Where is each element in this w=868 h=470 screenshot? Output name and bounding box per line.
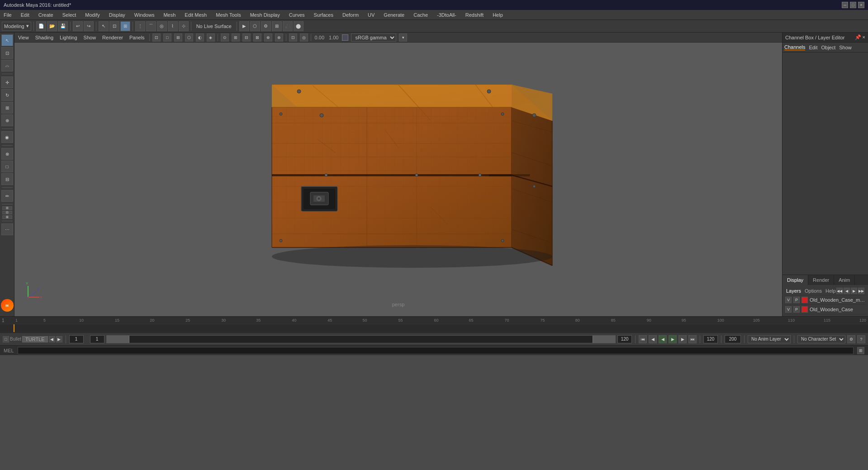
ruler-track[interactable]: 1 5 10 15 20 25 30 35 40 45 50 55 60 65 … xyxy=(15,317,866,324)
shading-menu[interactable]: Shading xyxy=(33,34,55,41)
goto-start-btn[interactable]: ⏮ xyxy=(639,335,647,343)
turtle-btn[interactable]: TURTLE xyxy=(22,336,48,342)
range-left-thumb[interactable] xyxy=(107,336,129,343)
scale-tool[interactable]: ⊞ xyxy=(1,102,13,114)
component-btn[interactable]: ⊞ xyxy=(174,33,182,42)
new-file-btn[interactable]: 📄 xyxy=(36,21,46,31)
layer-pickable-2[interactable]: P xyxy=(793,306,800,313)
turtle-toggle[interactable]: □ xyxy=(3,336,9,342)
layer-visibility-2[interactable]: V xyxy=(785,306,792,313)
camera-btn[interactable]: ⊡ xyxy=(152,33,161,42)
goto-end-btn[interactable]: ⏭ xyxy=(688,335,697,343)
wireframe-btn[interactable]: ⬡ xyxy=(185,33,193,42)
layer-pickable-1[interactable]: P xyxy=(793,297,800,303)
viewport[interactable]: View Shading Lighting Show Renderer Pane… xyxy=(14,33,782,316)
lighting-menu[interactable]: Lighting xyxy=(58,34,79,41)
char-set-dropdown[interactable]: No Character Set xyxy=(797,335,845,343)
char-set-help-btn[interactable]: ? xyxy=(857,335,865,343)
lasso-tool-btn[interactable]: ⊡ xyxy=(109,21,119,31)
extra-tool[interactable]: ⋯ xyxy=(1,223,13,235)
layer-tool2[interactable]: ⊟ xyxy=(2,211,12,214)
grid-btn[interactable]: ⊞ xyxy=(232,33,240,42)
isolate-btn[interactable]: ⊙ xyxy=(221,33,229,42)
render-seq-btn[interactable]: ⊞ xyxy=(272,21,282,31)
max-end-frame-input[interactable] xyxy=(703,335,718,343)
render-tab[interactable]: Render xyxy=(808,275,834,285)
script-editor-btn[interactable]: ⊞ xyxy=(857,347,864,354)
menu-cache[interactable]: Cache xyxy=(412,11,430,19)
layer-color-2[interactable] xyxy=(802,306,808,313)
window-controls[interactable]: ─ □ × xyxy=(842,2,864,8)
panel-close-btn[interactable]: × xyxy=(863,34,865,40)
timeline-ruler[interactable]: 1 1 5 10 15 20 25 30 35 40 45 50 55 60 6… xyxy=(0,316,868,324)
play-back-btn[interactable]: ◀ xyxy=(659,335,667,343)
snap-surface-btn[interactable]: ⌇ xyxy=(168,21,178,31)
texture-btn[interactable]: ◈ xyxy=(207,33,215,42)
snap-live-btn[interactable]: ⊹ xyxy=(179,21,189,31)
menu-redshift[interactable]: Redshift xyxy=(464,11,485,19)
menu-display[interactable]: Display xyxy=(107,11,127,19)
render-btn[interactable]: ▶ xyxy=(239,21,249,31)
select-mask-btn[interactable]: □ xyxy=(163,33,171,42)
renderer-menu[interactable]: Renderer xyxy=(100,34,125,41)
menu-modify[interactable]: Modify xyxy=(83,11,101,19)
anim-tab[interactable]: Anim xyxy=(834,275,855,285)
universal-manip-tool[interactable]: ⊕ xyxy=(1,114,13,126)
object-tab[interactable]: Object xyxy=(821,45,835,50)
layer-tool3[interactable]: ⊠ xyxy=(2,215,12,219)
snap-grid-btn[interactable]: ⋮ xyxy=(135,21,145,31)
options-tab[interactable]: Options xyxy=(805,288,822,294)
show-menu[interactable]: Show xyxy=(82,34,98,41)
overdraw-btn[interactable]: ⊗ xyxy=(275,33,283,42)
render-cam-btn[interactable]: 🎥 xyxy=(283,21,293,31)
soft-mod-tool[interactable]: ◉ xyxy=(1,131,13,143)
menu-surfaces[interactable]: Surfaces xyxy=(312,11,335,19)
layer-nav-first[interactable]: ◀◀ xyxy=(836,288,843,294)
menu-3dtoll[interactable]: -3DtoAll- xyxy=(435,11,458,19)
menu-help[interactable]: Help xyxy=(491,11,505,19)
menu-windows[interactable]: Windows xyxy=(133,11,157,19)
mel-input[interactable] xyxy=(18,347,854,354)
timeline-track[interactable] xyxy=(0,324,868,332)
next-frame-btn[interactable]: ▶ xyxy=(678,335,687,343)
menu-uv[interactable]: UV xyxy=(366,11,376,19)
layer-visibility-1[interactable]: V xyxy=(785,297,792,303)
save-file-btn[interactable]: 💾 xyxy=(58,21,68,31)
panel-pin-btn[interactable]: 📌 xyxy=(855,34,861,40)
play-forward-btn[interactable]: ▶ xyxy=(669,335,677,343)
range-right-thumb[interactable] xyxy=(593,336,615,343)
turtle-next[interactable]: ▶ xyxy=(56,336,62,342)
artisan-tool[interactable]: ✏ xyxy=(1,190,13,202)
menu-create[interactable]: Create xyxy=(37,11,55,19)
range-start-input[interactable] xyxy=(90,335,104,343)
menu-deform[interactable]: Deform xyxy=(341,11,360,19)
color-settings-btn[interactable]: ▾ xyxy=(399,33,407,42)
layer-tool1[interactable]: ⊞ xyxy=(2,206,12,210)
help-tab[interactable]: Help xyxy=(825,288,836,294)
show-manip-tool[interactable]: ⊗ xyxy=(1,148,13,160)
view-menu[interactable]: View xyxy=(16,34,31,41)
resolution-gate-btn[interactable]: ⊠ xyxy=(253,33,261,42)
menu-edit-mesh[interactable]: Edit Mesh xyxy=(183,11,209,19)
channels-tab[interactable]: Channels xyxy=(784,44,805,50)
turtle-prev[interactable]: ◀ xyxy=(49,336,55,342)
render-stop-btn[interactable]: ⬤ xyxy=(294,21,304,31)
viewport-canvas[interactable]: persp X Y Z xyxy=(14,43,782,316)
hud-btn[interactable]: ⊡ xyxy=(289,33,297,42)
minimize-button[interactable]: ─ xyxy=(842,2,848,8)
maximize-button[interactable]: □ xyxy=(850,2,856,8)
menu-generate[interactable]: Generate xyxy=(382,11,406,19)
menu-file[interactable]: File xyxy=(2,11,14,19)
snap-curve-btn[interactable]: ⌒ xyxy=(146,21,156,31)
panels-menu[interactable]: Panels xyxy=(128,34,147,41)
custom-tool1[interactable]: □ xyxy=(1,161,13,172)
field-chart-btn[interactable]: ⊕ xyxy=(264,33,272,42)
layer-nav-last[interactable]: ▶▶ xyxy=(858,288,864,294)
mode-dropdown[interactable]: Modeling ▾ xyxy=(2,22,31,31)
layer-nav-next[interactable]: ▶ xyxy=(851,288,857,294)
snap-point-btn[interactable]: ◎ xyxy=(157,21,167,31)
show-tab[interactable]: Show xyxy=(839,45,852,50)
layers-tab[interactable]: Layers xyxy=(786,288,801,294)
range-slider[interactable] xyxy=(106,335,616,343)
layer-nav-prev[interactable]: ◀ xyxy=(844,288,850,294)
